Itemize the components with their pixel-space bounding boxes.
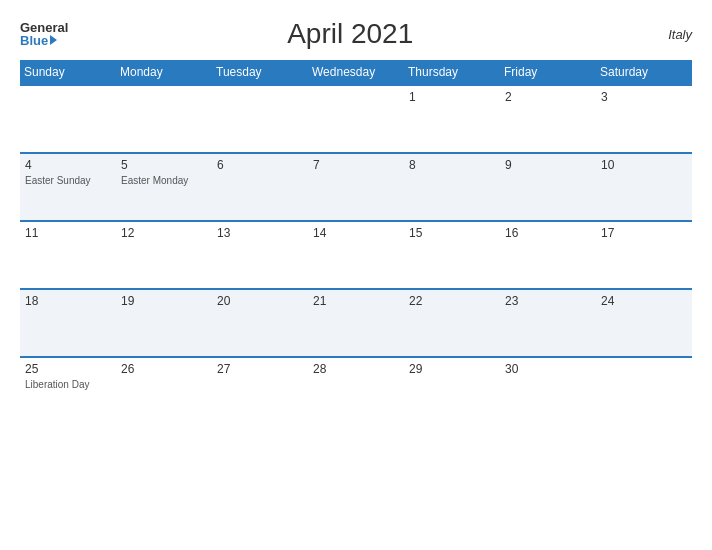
th-wednesday: Wednesday: [308, 60, 404, 85]
day-number: 11: [25, 226, 111, 240]
day-cell: 10: [596, 153, 692, 221]
day-number: 1: [409, 90, 495, 104]
day-number: 20: [217, 294, 303, 308]
day-cell: 8: [404, 153, 500, 221]
day-cell: 30: [500, 357, 596, 425]
day-cell: 4Easter Sunday: [20, 153, 116, 221]
th-saturday: Saturday: [596, 60, 692, 85]
day-cell: [596, 357, 692, 425]
day-cell: 5Easter Monday: [116, 153, 212, 221]
day-number: 10: [601, 158, 687, 172]
day-cell: 22: [404, 289, 500, 357]
day-cell: 15: [404, 221, 500, 289]
day-number: 7: [313, 158, 399, 172]
day-number: 26: [121, 362, 207, 376]
calendar-table: Sunday Monday Tuesday Wednesday Thursday…: [20, 60, 692, 425]
day-number: 17: [601, 226, 687, 240]
day-cell: 11: [20, 221, 116, 289]
day-number: 30: [505, 362, 591, 376]
day-cell: 24: [596, 289, 692, 357]
day-cell: 21: [308, 289, 404, 357]
day-number: 22: [409, 294, 495, 308]
day-number: 24: [601, 294, 687, 308]
day-cell: [116, 85, 212, 153]
week-row-1: 123: [20, 85, 692, 153]
country-label: Italy: [632, 27, 692, 42]
day-number: 27: [217, 362, 303, 376]
day-cell: 16: [500, 221, 596, 289]
th-thursday: Thursday: [404, 60, 500, 85]
day-cell: 6: [212, 153, 308, 221]
day-number: 12: [121, 226, 207, 240]
calendar-page: General Blue April 2021 Italy Sunday Mon…: [0, 0, 712, 550]
day-cell: 27: [212, 357, 308, 425]
day-cell: 18: [20, 289, 116, 357]
day-cell: 25Liberation Day: [20, 357, 116, 425]
day-number: 25: [25, 362, 111, 376]
day-cell: 9: [500, 153, 596, 221]
day-number: 18: [25, 294, 111, 308]
day-number: 23: [505, 294, 591, 308]
day-number: 9: [505, 158, 591, 172]
day-cell: 13: [212, 221, 308, 289]
day-number: 16: [505, 226, 591, 240]
day-cell: 23: [500, 289, 596, 357]
day-number: 2: [505, 90, 591, 104]
logo-triangle-icon: [50, 35, 57, 45]
day-number: 13: [217, 226, 303, 240]
day-cell: 14: [308, 221, 404, 289]
logo: General Blue: [20, 21, 68, 47]
day-number: 8: [409, 158, 495, 172]
day-number: 4: [25, 158, 111, 172]
day-number: 21: [313, 294, 399, 308]
day-number: 29: [409, 362, 495, 376]
day-event: Easter Monday: [121, 174, 207, 187]
day-cell: 2: [500, 85, 596, 153]
th-monday: Monday: [116, 60, 212, 85]
day-event: Easter Sunday: [25, 174, 111, 187]
day-number: 19: [121, 294, 207, 308]
week-row-4: 18192021222324: [20, 289, 692, 357]
day-cell: 7: [308, 153, 404, 221]
day-cell: 29: [404, 357, 500, 425]
th-tuesday: Tuesday: [212, 60, 308, 85]
logo-blue-text: Blue: [20, 34, 68, 47]
day-cell: 12: [116, 221, 212, 289]
th-sunday: Sunday: [20, 60, 116, 85]
day-cell: [212, 85, 308, 153]
calendar-header: General Blue April 2021 Italy: [20, 18, 692, 50]
day-cell: 26: [116, 357, 212, 425]
day-number: 3: [601, 90, 687, 104]
day-number: 28: [313, 362, 399, 376]
day-number: 15: [409, 226, 495, 240]
day-cell: 28: [308, 357, 404, 425]
day-cell: [20, 85, 116, 153]
day-number: 5: [121, 158, 207, 172]
calendar-title: April 2021: [68, 18, 632, 50]
day-number: 6: [217, 158, 303, 172]
day-event: Liberation Day: [25, 378, 111, 391]
day-cell: [308, 85, 404, 153]
day-number: 14: [313, 226, 399, 240]
day-cell: 1: [404, 85, 500, 153]
week-row-3: 11121314151617: [20, 221, 692, 289]
week-row-2: 4Easter Sunday5Easter Monday678910: [20, 153, 692, 221]
day-cell: 17: [596, 221, 692, 289]
day-cell: 20: [212, 289, 308, 357]
day-cell: 3: [596, 85, 692, 153]
header-row: Sunday Monday Tuesday Wednesday Thursday…: [20, 60, 692, 85]
th-friday: Friday: [500, 60, 596, 85]
day-cell: 19: [116, 289, 212, 357]
week-row-5: 25Liberation Day2627282930: [20, 357, 692, 425]
